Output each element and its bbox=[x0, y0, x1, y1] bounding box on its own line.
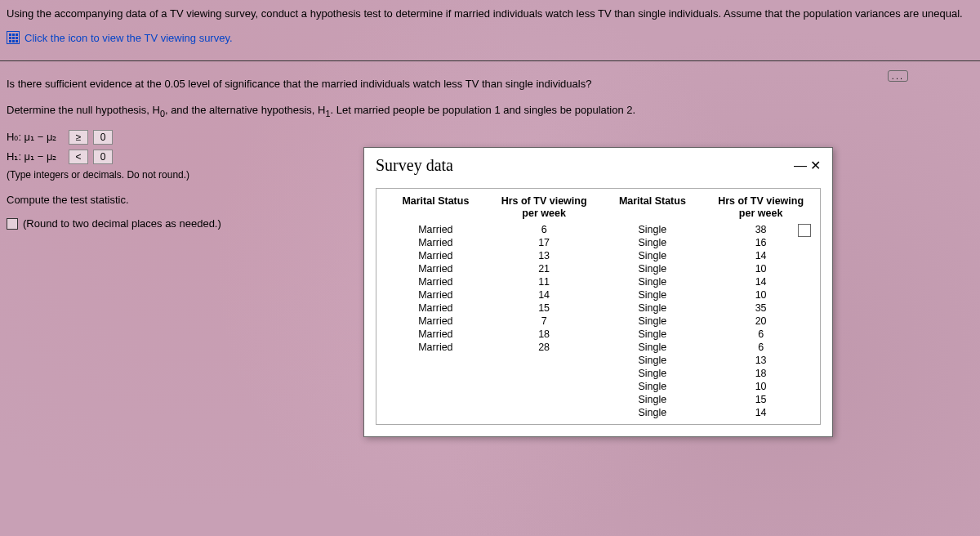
h0-operator-input[interactable]: ≥ bbox=[69, 130, 88, 145]
table-cell: Single bbox=[599, 302, 707, 315]
h0-expression: H₀: μ₁ − μ₂ bbox=[7, 131, 64, 143]
table-header: Marital Status bbox=[599, 194, 707, 223]
table-header: Hrs of TV viewing per week bbox=[490, 194, 599, 223]
table-cell: 18 bbox=[706, 367, 815, 380]
table-cell: 10 bbox=[706, 380, 815, 393]
table-cell bbox=[381, 367, 490, 380]
table-cell: 10 bbox=[706, 262, 815, 275]
table-cell: Single bbox=[599, 236, 707, 249]
table-cell: 20 bbox=[706, 315, 815, 328]
answer-checkbox[interactable] bbox=[7, 218, 18, 230]
table-cell: Married bbox=[381, 302, 490, 315]
table-cell bbox=[490, 354, 599, 367]
close-icon[interactable]: ✕ bbox=[810, 158, 821, 173]
table-cell: Single bbox=[599, 367, 707, 380]
table-cell: Single bbox=[599, 328, 707, 341]
table-cell: Single bbox=[599, 380, 707, 393]
table-cell: Married bbox=[381, 236, 490, 249]
table-cell bbox=[490, 367, 599, 380]
table-cell: 6 bbox=[706, 328, 815, 341]
table-cell bbox=[490, 380, 599, 393]
table-cell bbox=[381, 354, 490, 367]
table-cell bbox=[381, 380, 490, 393]
dialog-title: Survey data bbox=[376, 156, 453, 175]
table-cell: Married bbox=[381, 328, 490, 341]
table-cell: Single bbox=[599, 354, 707, 367]
copy-icon[interactable] bbox=[800, 226, 811, 237]
table-cell: 6 bbox=[490, 223, 599, 236]
table-cell bbox=[381, 406, 490, 419]
null-hypothesis-row: H₀: μ₁ − μ₂ ≥ 0 bbox=[7, 130, 973, 145]
table-cell: Married bbox=[381, 223, 490, 236]
table-cell: 11 bbox=[490, 275, 599, 288]
h1-operator-input[interactable]: < bbox=[69, 150, 88, 164]
table-cell: 28 bbox=[490, 341, 599, 354]
section-divider bbox=[0, 60, 980, 61]
more-options-button[interactable]: ... bbox=[888, 70, 908, 82]
question-text: Using the accompanying data of a TV view… bbox=[7, 7, 973, 21]
table-cell: Single bbox=[599, 341, 707, 354]
table-cell: Married bbox=[381, 288, 490, 302]
survey-data-dialog: Survey data — ✕ Marital StatusHrs of TV … bbox=[363, 147, 833, 437]
survey-data-table: Marital StatusHrs of TV viewing per week… bbox=[376, 188, 821, 425]
table-cell bbox=[381, 393, 490, 406]
table-cell: 14 bbox=[706, 406, 815, 419]
survey-link-label: Click the icon to view the TV viewing su… bbox=[24, 32, 233, 44]
table-cell: 21 bbox=[490, 262, 599, 275]
table-cell: 14 bbox=[706, 275, 815, 288]
table-cell: Married bbox=[381, 341, 490, 354]
table-cell: 13 bbox=[490, 249, 599, 262]
table-cell: Single bbox=[599, 275, 707, 288]
table-cell: Single bbox=[599, 288, 707, 302]
table-cell bbox=[490, 406, 599, 419]
table-cell: Married bbox=[381, 262, 490, 275]
table-cell: 15 bbox=[490, 302, 599, 315]
table-header: Marital Status bbox=[381, 194, 490, 223]
table-cell: Single bbox=[599, 393, 707, 406]
table-cell: Married bbox=[381, 249, 490, 262]
table-cell: 13 bbox=[706, 354, 815, 367]
table-cell: 16 bbox=[706, 236, 815, 249]
table-cell: 7 bbox=[490, 315, 599, 328]
h1-value-input[interactable]: 0 bbox=[93, 150, 113, 164]
table-cell bbox=[490, 393, 599, 406]
table-cell: Single bbox=[599, 315, 707, 328]
minimize-icon[interactable]: — bbox=[794, 159, 807, 173]
table-cell: Single bbox=[599, 262, 707, 275]
table-cell: 18 bbox=[490, 328, 599, 341]
table-cell: 6 bbox=[706, 341, 815, 354]
survey-link[interactable]: Click the icon to view the TV viewing su… bbox=[7, 31, 973, 44]
h1-expression: H₁: μ₁ − μ₂ bbox=[7, 150, 64, 163]
table-cell: 14 bbox=[490, 288, 599, 302]
table-cell: 14 bbox=[706, 249, 815, 262]
table-cell: 17 bbox=[490, 236, 599, 249]
table-cell: Married bbox=[381, 315, 490, 328]
table-cell: Single bbox=[599, 223, 707, 236]
rounding-hint-2: (Round to two decimal places as needed.) bbox=[23, 217, 221, 230]
table-cell: Single bbox=[599, 406, 707, 419]
hypothesis-setup-prompt: Determine the null hypothesis, H0, and t… bbox=[7, 102, 973, 120]
table-icon bbox=[7, 31, 20, 44]
table-cell: Single bbox=[599, 249, 707, 262]
table-cell: 15 bbox=[706, 393, 815, 406]
evidence-prompt: Is there sufficient evidence at the 0.05… bbox=[7, 76, 973, 92]
table-cell: 35 bbox=[706, 302, 815, 315]
table-cell: Married bbox=[381, 275, 490, 288]
h0-value-input[interactable]: 0 bbox=[93, 130, 113, 145]
table-cell: 10 bbox=[706, 288, 815, 302]
table-header: Hrs of TV viewing per week bbox=[706, 194, 815, 223]
